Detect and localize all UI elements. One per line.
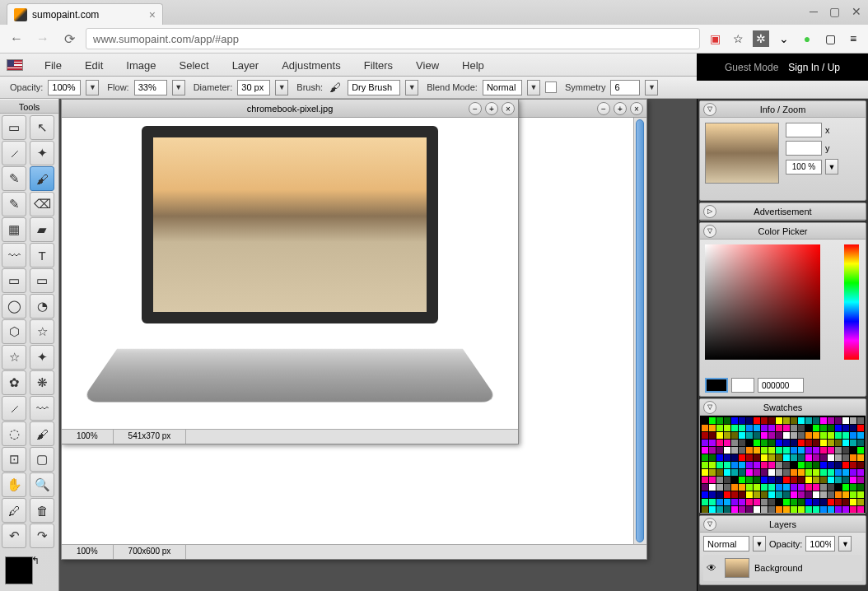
swatch[interactable] — [768, 491, 775, 498]
swatch[interactable] — [813, 417, 819, 424]
back-button[interactable]: ← — [7, 29, 26, 49]
swatch[interactable] — [716, 454, 723, 461]
collapse-icon[interactable]: ▽ — [703, 401, 716, 414]
swatch[interactable] — [709, 417, 716, 424]
close-button[interactable]: ✕ — [852, 5, 861, 18]
swatch[interactable] — [835, 425, 842, 431]
swatch[interactable] — [850, 462, 856, 468]
collapse-icon[interactable]: ▽ — [703, 103, 716, 116]
swatch[interactable] — [820, 499, 827, 505]
swatch[interactable] — [739, 454, 745, 461]
swatch[interactable] — [857, 447, 864, 454]
swatch[interactable] — [798, 484, 805, 491]
tool-pie[interactable]: ◔ — [30, 294, 54, 319]
swatch[interactable] — [754, 417, 760, 424]
swatch[interactable] — [754, 447, 760, 454]
tool-marquee[interactable]: ▭ — [2, 115, 26, 140]
swatch[interactable] — [813, 477, 819, 483]
menu-view[interactable]: View — [404, 56, 450, 75]
tool-eyedropper[interactable]: ✎ — [2, 166, 26, 191]
swatch[interactable] — [828, 432, 834, 439]
swatch[interactable] — [791, 417, 797, 424]
swatch[interactable] — [702, 462, 708, 468]
swatch[interactable] — [791, 440, 797, 446]
swatch[interactable] — [716, 506, 723, 513]
swatch[interactable] — [776, 432, 782, 439]
swatch[interactable] — [783, 440, 790, 446]
swatch[interactable] — [702, 454, 708, 461]
swatch[interactable] — [835, 462, 842, 468]
swatch[interactable] — [783, 477, 790, 483]
swatch[interactable] — [768, 499, 775, 505]
swatch[interactable] — [820, 440, 827, 446]
swatch[interactable] — [805, 491, 812, 498]
swatch[interactable] — [805, 417, 812, 424]
hex-input[interactable] — [758, 378, 804, 393]
swatch[interactable] — [850, 499, 856, 505]
maximize-button[interactable]: ▢ — [829, 5, 840, 18]
swatch[interactable] — [828, 440, 834, 446]
swatch[interactable] — [768, 454, 775, 461]
swatch[interactable] — [828, 499, 834, 505]
swatch[interactable] — [761, 425, 768, 431]
swatch[interactable] — [842, 469, 849, 476]
tool-rounded-rect[interactable]: ▭ — [30, 268, 54, 293]
swatch[interactable] — [820, 484, 827, 491]
swatch[interactable] — [783, 484, 790, 491]
swatch[interactable] — [813, 462, 819, 468]
swatch[interactable] — [776, 491, 782, 498]
swatch[interactable] — [798, 469, 805, 476]
swatch[interactable] — [850, 417, 856, 424]
swatch[interactable] — [754, 454, 760, 461]
swatch[interactable] — [776, 447, 782, 454]
tool-transform[interactable]: ▢ — [30, 447, 54, 472]
swatch[interactable] — [805, 454, 812, 461]
swatch[interactable] — [731, 417, 738, 424]
swatch[interactable] — [805, 432, 812, 439]
swatch[interactable] — [709, 454, 716, 461]
swatch[interactable] — [835, 447, 842, 454]
tool-pencil[interactable]: ✎ — [2, 192, 26, 216]
doc-front-header[interactable]: chromebook-pixel.jpg − + × — [62, 100, 518, 118]
swatch[interactable] — [813, 491, 819, 498]
swatch[interactable] — [754, 477, 760, 483]
zoom-dropdown[interactable]: ▼ — [825, 159, 838, 175]
swatch[interactable] — [731, 440, 738, 446]
tool-crop[interactable]: ⊡ — [2, 447, 26, 472]
swatch[interactable] — [731, 454, 738, 461]
tool-sharpen[interactable]: 🖌 — [30, 421, 54, 446]
swatch[interactable] — [813, 454, 819, 461]
cast-icon[interactable]: ▢ — [822, 30, 838, 47]
swatch[interactable] — [857, 469, 864, 476]
swatch[interactable] — [842, 499, 849, 505]
swatch[interactable] — [850, 432, 856, 439]
swatch[interactable] — [754, 506, 760, 513]
swatch[interactable] — [731, 462, 738, 468]
swatch[interactable] — [716, 440, 723, 446]
swatch[interactable] — [783, 491, 790, 498]
tool-gradient[interactable]: ▦ — [2, 217, 26, 242]
swatch[interactable] — [857, 499, 864, 505]
swatch[interactable] — [798, 499, 805, 505]
swatch[interactable] — [820, 447, 827, 454]
swatch[interactable] — [731, 477, 738, 483]
swatch[interactable] — [702, 440, 708, 446]
swatch[interactable] — [776, 469, 782, 476]
swatch[interactable] — [739, 499, 745, 505]
swatch[interactable] — [805, 469, 812, 476]
swatch[interactable] — [835, 417, 842, 424]
tool-undo[interactable]: ↶ — [2, 524, 26, 548]
swatch[interactable] — [746, 484, 753, 491]
swatch[interactable] — [702, 425, 708, 431]
opacity-field[interactable] — [48, 80, 81, 95]
tool-brush[interactable]: 🖌 — [30, 166, 54, 191]
swatch[interactable] — [724, 447, 730, 454]
swatch[interactable] — [754, 499, 760, 505]
symmetry-checkbox[interactable] — [545, 81, 557, 93]
layer-row[interactable]: 👁 Background — [703, 555, 862, 581]
swatch[interactable] — [768, 447, 775, 454]
tool-star[interactable]: ☆ — [30, 319, 54, 344]
swatch[interactable] — [739, 440, 745, 446]
blend-field[interactable] — [483, 80, 522, 95]
doc-close-icon[interactable]: × — [502, 102, 515, 115]
